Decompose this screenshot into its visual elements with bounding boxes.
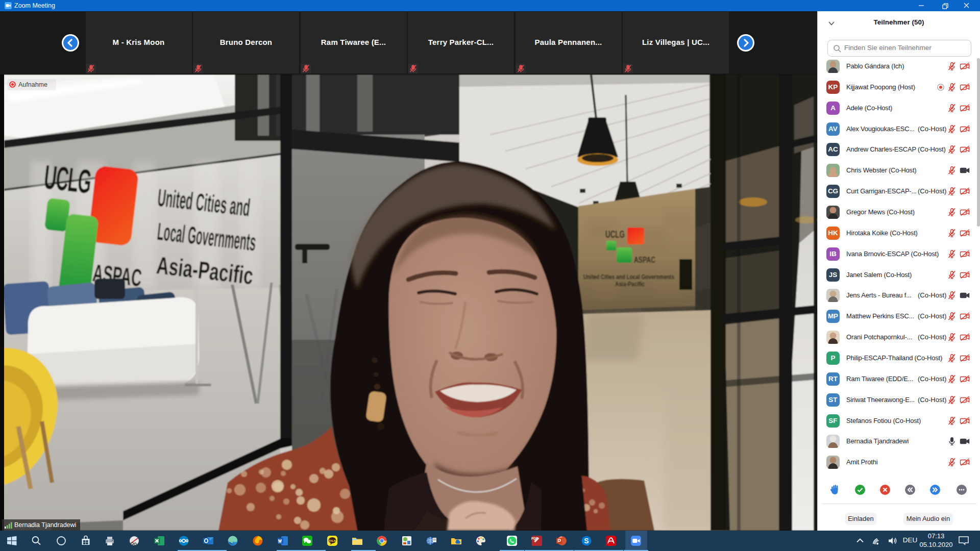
svg-text:UCLG: UCLG xyxy=(605,228,625,240)
svg-text:United Cities and Local Govern: United Cities and Local Governments xyxy=(583,273,674,281)
svg-text:S: S xyxy=(584,537,589,545)
svg-text:ASPAC: ASPAC xyxy=(634,255,655,265)
svg-text:UCLG: UCLG xyxy=(42,158,93,201)
svg-text:TALK: TALK xyxy=(329,539,336,542)
svg-text:Asia-Pacific: Asia-Pacific xyxy=(615,280,645,288)
